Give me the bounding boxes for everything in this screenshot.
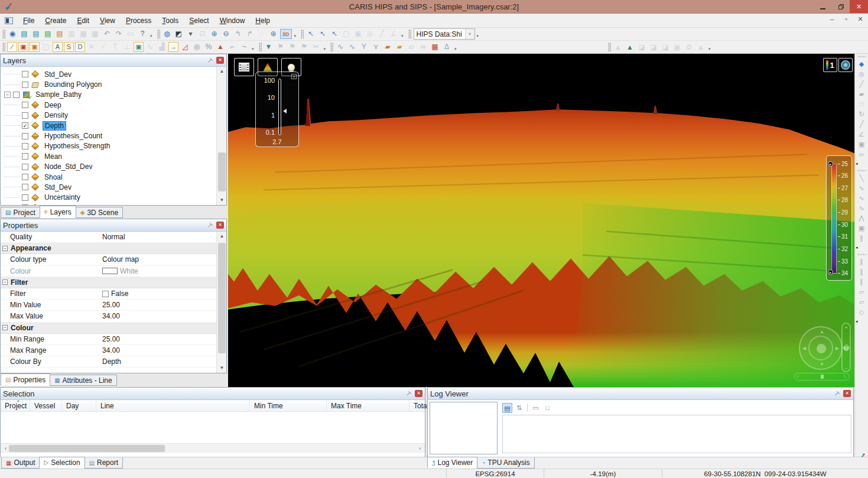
menu-item-tools[interactable]: Tools [157, 15, 184, 27]
deselect-icon[interactable]: ▢ [341, 29, 352, 39]
d-profile-icon[interactable]: D [75, 42, 85, 52]
open-project-icon[interactable]: ▤ [19, 29, 30, 39]
layer-checkbox[interactable] [22, 174, 28, 180]
world-icon[interactable]: ⊕ [268, 29, 279, 39]
layer-item-depth[interactable]: ✓Depth [1, 121, 216, 131]
property-colour[interactable]: ColourWhite [1, 266, 216, 277]
accept-icon[interactable]: ▢ [41, 42, 51, 52]
toolbar-overflow-icon[interactable]: ▾ [477, 34, 479, 38]
property-max-value[interactable]: Max Value34.00 [1, 311, 216, 322]
layer-checkbox[interactable] [22, 71, 28, 77]
layer-checkbox[interactable] [22, 133, 28, 139]
close-icon[interactable]: ✕ [291, 74, 297, 79]
add-line-icon[interactable]: ▣ [30, 42, 40, 52]
zoom-out-icon[interactable]: ⊖ [221, 29, 232, 39]
help-icon[interactable]: ? [137, 29, 148, 39]
scroll-down-icon[interactable]: ▼ [217, 363, 227, 373]
log-entries-list[interactable] [430, 402, 498, 454]
tag-icon[interactable]: ◇ [856, 307, 867, 317]
collapse-icon[interactable]: − [2, 279, 8, 285]
select-new-icon[interactable]: ↖ [305, 29, 316, 39]
top-icon[interactable]: T [110, 42, 121, 52]
animation-button[interactable] [234, 58, 254, 76]
copy-icon[interactable]: ▥ [66, 29, 77, 39]
menu-item-edit[interactable]: Edit [71, 15, 95, 27]
pin-icon[interactable]: ⊤ [206, 56, 214, 64]
rotate-view-icon[interactable]: ◎ [856, 69, 867, 79]
property-section-appearance[interactable]: −Appearance [1, 243, 216, 254]
phi-icon[interactable]: Φ [684, 43, 694, 53]
export-icon[interactable]: ▤ [54, 29, 65, 39]
layer-item-shoal[interactable]: Shoal [1, 172, 216, 182]
scroll-thumb[interactable] [218, 152, 226, 191]
value-checkbox[interactable] [102, 291, 109, 297]
spline-1-icon[interactable]: ∿ [335, 42, 346, 52]
patch-icon[interactable]: ▰ [856, 89, 867, 99]
close-panel-icon[interactable]: ✕ [843, 390, 851, 397]
collapse-icon[interactable]: − [2, 325, 8, 330]
toolbar-drag-handle[interactable] [259, 43, 262, 52]
close-button[interactable]: ✕ [850, 0, 868, 13]
hips-data-combo[interactable]: HIPS Data:Shi˅ [414, 28, 475, 40]
swath-2-icon[interactable]: ▰ [394, 42, 405, 52]
layer-item-std-dev[interactable]: Std_Dev [1, 182, 216, 192]
profile-1-icon[interactable]: ∥ [856, 257, 867, 267]
collapse-arrow-icon[interactable]: ◂ [856, 245, 858, 250]
collapse-icon[interactable]: − [2, 246, 8, 251]
colorbar-toggle-button[interactable]: 1 [823, 58, 837, 72]
pin-icon[interactable]: ⊤ [405, 389, 413, 398]
toolbar-overflow-icon[interactable]: ▾ [150, 34, 152, 38]
layer-checkbox[interactable] [22, 184, 28, 190]
refresh-icon[interactable]: ↻ [856, 109, 867, 119]
tab-3d-scene[interactable]: ◆3D Scene [76, 207, 123, 218]
3d-scene-viewport[interactable]: ✕ 1001010.1 2.7 1 25262728293031323334 ▸… [228, 54, 854, 387]
swath-1-icon[interactable]: ▰ [382, 42, 393, 52]
layer-item-sample-bathy[interactable]: −✓Sample_Bathy [1, 90, 216, 100]
subset-icon[interactable]: ∷ [856, 99, 867, 109]
shapes-icon[interactable]: ▱ [856, 149, 867, 160]
menu-item-file[interactable]: File [18, 15, 40, 27]
property-colour-type[interactable]: Colour typeColour map [1, 254, 216, 265]
globe-icon[interactable]: ◍ [162, 29, 173, 39]
menu-item-help[interactable]: Help [250, 15, 275, 27]
layer-checkbox[interactable] [22, 194, 28, 201]
property-quality[interactable]: QualityNormal [1, 232, 216, 243]
zoom-selection-icon[interactable]: ◎ [365, 29, 375, 39]
layer-checkbox[interactable] [22, 112, 28, 119]
surface-3-icon[interactable]: ◪ [660, 43, 671, 53]
layer-item-mean[interactable]: Mean [1, 151, 216, 161]
peaks-icon[interactable]: ▲ [215, 42, 226, 52]
contour-icon[interactable]: ▲ [613, 43, 623, 53]
flag-2-icon[interactable]: ⚑ [287, 42, 298, 52]
collapse-arrow-icon[interactable]: ◂ [856, 161, 858, 166]
scroll-right-icon[interactable]: › [415, 444, 425, 453]
toolbar-drag-handle[interactable] [857, 170, 866, 172]
tab-tpu-analysis[interactable]: ◔TPU Analysis [477, 457, 534, 469]
layer-item-hypothesis-strength[interactable]: Hypothesis_Strength [1, 141, 216, 151]
layer-item-bounding-polygon[interactable]: Bounding Polygon [1, 79, 216, 89]
toolbar-overflow-icon[interactable]: ▾ [708, 47, 711, 51]
s-profile-icon[interactable]: S [64, 42, 74, 52]
layer-checkbox[interactable] [22, 102, 28, 108]
layer-item-hypothesis-count[interactable]: Hypothesis_Count [1, 131, 216, 141]
tolerance-icon[interactable]: % [203, 42, 214, 52]
export-surface-icon[interactable]: ▲ [695, 43, 706, 53]
zoom-out-icon[interactable]: − [843, 365, 850, 371]
scroll-thumb[interactable] [9, 445, 165, 452]
import-icon[interactable]: ▤ [43, 29, 53, 39]
property-section-filter[interactable]: −Filter [1, 277, 216, 288]
column-header-vessel[interactable]: Vessel [30, 400, 62, 411]
scissors-icon[interactable]: ✂ [311, 42, 321, 52]
scroll-up-icon[interactable]: ▲ [217, 67, 227, 76]
tilt-slider-thumb[interactable] [821, 375, 824, 379]
menu-item-select[interactable]: Select [184, 15, 214, 27]
zoom-slider[interactable]: ＋ − [841, 323, 851, 372]
pan-down-icon[interactable]: ▼ [820, 362, 824, 367]
layer-checkbox[interactable] [22, 82, 28, 88]
scroll-down-icon[interactable]: ▼ [217, 196, 227, 205]
toolbar-drag-handle[interactable] [608, 43, 611, 52]
images-icon[interactable]: ▣ [856, 139, 867, 149]
palette-icon[interactable]: ▦ [430, 42, 440, 52]
hatch-icon[interactable]: ∥ [856, 277, 867, 287]
pan-right-icon[interactable]: ▶ [836, 346, 839, 351]
